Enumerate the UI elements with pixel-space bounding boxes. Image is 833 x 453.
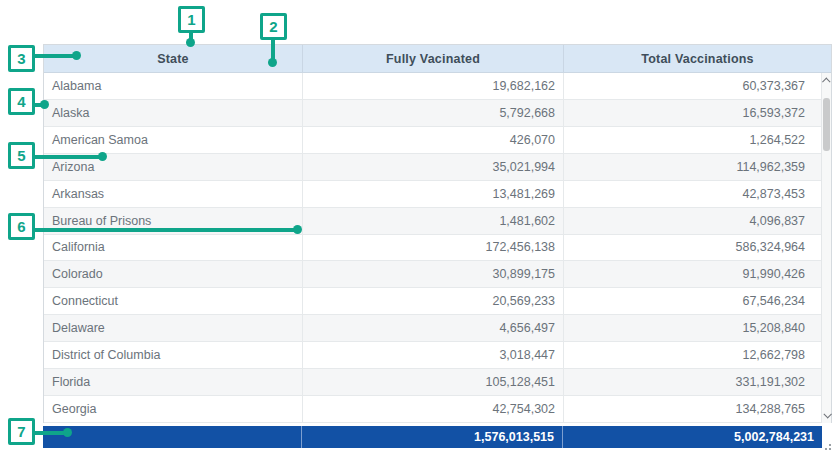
table-row[interactable]: California172,456,138586,324,964 xyxy=(44,235,821,262)
annotation-marker-7: 7 xyxy=(8,418,35,445)
cell-fully-vaccinated: 105,128,451 xyxy=(303,369,564,395)
annotation-marker-3: 3 xyxy=(8,45,35,72)
table-row[interactable]: Arkansas13,481,26942,873,453 xyxy=(44,181,821,208)
cell-fully-vaccinated: 20,569,233 xyxy=(303,288,564,314)
table-row[interactable]: American Samoa426,0701,264,522 xyxy=(44,127,821,154)
table-row[interactable]: Arizona35,021,994114,962,359 xyxy=(44,154,821,181)
cell-fully-vaccinated: 3,018,447 xyxy=(303,342,564,368)
table-row[interactable]: Delaware4,656,49715,208,840 xyxy=(44,315,821,342)
chevron-up-icon xyxy=(822,77,830,85)
annotation-dot-1 xyxy=(186,38,195,47)
annotation-dot-4 xyxy=(40,100,49,109)
cell-total-vaccinations: 4,096,837 xyxy=(564,208,813,234)
column-header-state[interactable]: State xyxy=(44,45,303,72)
totals-total-vaccinations-cell: 5,002,784,231 xyxy=(563,426,822,448)
cell-state: Florida xyxy=(44,369,303,395)
totals-state-cell xyxy=(43,426,302,448)
table-row[interactable]: Alabama19,682,16260,373,367 xyxy=(44,73,821,100)
cell-total-vaccinations: 1,264,522 xyxy=(564,127,813,153)
cell-total-vaccinations: 134,288,765 xyxy=(564,396,813,422)
table-row[interactable]: District of Columbia3,018,44712,662,798 xyxy=(44,342,821,369)
cell-total-vaccinations: 42,873,453 xyxy=(564,181,813,207)
cell-total-vaccinations: 331,191,302 xyxy=(564,369,813,395)
cell-total-vaccinations: 12,662,798 xyxy=(564,342,813,368)
annotation-dot-2 xyxy=(268,58,277,67)
column-header-fully-vaccinated[interactable]: Fully Vacinated xyxy=(303,45,564,72)
table-body: Alabama19,682,16260,373,367Alaska5,792,6… xyxy=(44,73,821,423)
annotation-line-6 xyxy=(34,228,299,232)
table-row[interactable]: Florida105,128,451331,191,302 xyxy=(44,369,821,396)
cell-fully-vaccinated: 19,682,162 xyxy=(303,73,564,99)
cell-total-vaccinations: 114,962,359 xyxy=(564,154,813,180)
table-header-row: State Fully Vacinated Total Vaccinations xyxy=(44,45,831,73)
cell-total-vaccinations: 586,324,964 xyxy=(564,235,813,261)
annotation-marker-5: 5 xyxy=(8,142,35,169)
annotation-dot-3 xyxy=(72,51,81,60)
cell-total-vaccinations: 67,546,234 xyxy=(564,288,813,314)
table-row[interactable]: Alaska5,792,66816,593,372 xyxy=(44,100,821,127)
annotation-marker-2: 2 xyxy=(260,13,287,40)
chevron-down-icon xyxy=(823,410,831,418)
cell-state: Alabama xyxy=(44,73,303,99)
annotated-screenshot: State Fully Vacinated Total Vaccinations… xyxy=(0,0,833,453)
cell-state: American Samoa xyxy=(44,127,303,153)
cell-total-vaccinations: 15,208,840 xyxy=(564,315,813,341)
annotation-line-5 xyxy=(34,155,104,159)
vaccination-table: State Fully Vacinated Total Vaccinations… xyxy=(43,44,832,423)
cell-total-vaccinations: 60,373,367 xyxy=(564,73,813,99)
cell-state: Delaware xyxy=(44,315,303,341)
cell-fully-vaccinated: 1,481,602 xyxy=(303,208,564,234)
cell-total-vaccinations: 91,990,426 xyxy=(564,261,813,287)
cell-fully-vaccinated: 30,899,175 xyxy=(303,261,564,287)
table-row[interactable]: Colorado30,899,17591,990,426 xyxy=(44,261,821,288)
cell-state: Arkansas xyxy=(44,181,303,207)
cell-state: Colorado xyxy=(44,261,303,287)
resize-grip-icon xyxy=(825,444,831,450)
column-header-total-vaccinations[interactable]: Total Vaccinations xyxy=(564,45,831,72)
cell-state: Alaska xyxy=(44,100,303,126)
annotation-marker-1: 1 xyxy=(178,6,205,33)
cell-state: California xyxy=(44,235,303,261)
cell-fully-vaccinated: 172,456,138 xyxy=(303,235,564,261)
totals-row: 1,576,013,515 5,002,784,231 xyxy=(43,426,822,448)
scroll-up-button[interactable] xyxy=(822,73,831,89)
cell-fully-vaccinated: 426,070 xyxy=(303,127,564,153)
cell-fully-vaccinated: 42,754,302 xyxy=(303,396,564,422)
cell-fully-vaccinated: 13,481,269 xyxy=(303,181,564,207)
annotation-dot-6 xyxy=(293,225,302,234)
annotation-marker-6: 6 xyxy=(8,213,35,240)
annotation-dot-7 xyxy=(63,428,72,437)
cell-fully-vaccinated: 4,656,497 xyxy=(303,315,564,341)
scrollbar-thumb[interactable] xyxy=(823,98,830,151)
table-row[interactable]: Georgia42,754,302134,288,765 xyxy=(44,396,821,423)
cell-state: Connecticut xyxy=(44,288,303,314)
table-row[interactable]: Connecticut20,569,23367,546,234 xyxy=(44,288,821,315)
annotation-line-2 xyxy=(271,39,275,60)
cell-state: District of Columbia xyxy=(44,342,303,368)
cell-state: Georgia xyxy=(44,396,303,422)
cell-fully-vaccinated: 35,021,994 xyxy=(303,154,564,180)
totals-fully-vaccinated-cell: 1,576,013,515 xyxy=(302,426,563,448)
scroll-down-button[interactable] xyxy=(822,407,831,423)
cell-fully-vaccinated: 5,792,668 xyxy=(303,100,564,126)
vertical-scrollbar[interactable] xyxy=(821,73,831,423)
cell-total-vaccinations: 16,593,372 xyxy=(564,100,813,126)
annotation-dot-5 xyxy=(98,152,107,161)
annotation-marker-4: 4 xyxy=(8,88,35,115)
